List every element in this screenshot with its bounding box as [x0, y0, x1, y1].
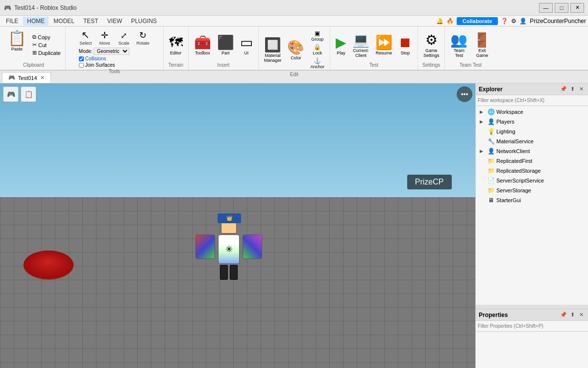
- toolbox-button[interactable]: 🧰 Toolbox: [192, 33, 214, 57]
- properties-expand-button[interactable]: ⬆: [568, 311, 576, 319]
- replicated-storage-label: ReplicatedStorage: [496, 168, 541, 174]
- character-body: ✳: [218, 235, 240, 264]
- tree-item-players[interactable]: ▶ 👤 Players: [476, 117, 588, 127]
- resume-button[interactable]: ⏩ Resume: [373, 33, 395, 57]
- viewport-toolbar: 🎮 📋: [3, 86, 36, 102]
- paste-button[interactable]: Paste: [5, 28, 29, 61]
- fire-icon[interactable]: 🔥: [446, 18, 454, 25]
- toolbox-label: Toolbox: [195, 51, 210, 55]
- vp-game-icon-btn[interactable]: 🎮: [3, 86, 19, 102]
- anchor-icon: ⚓: [314, 57, 321, 64]
- part-button[interactable]: ⬛ Part: [215, 33, 237, 57]
- play-button[interactable]: Play: [333, 33, 349, 57]
- material-manager-button[interactable]: 🔲 MaterialManager: [262, 35, 284, 64]
- team-test-label-section: Team Test: [460, 61, 482, 68]
- menu-home[interactable]: HOME: [23, 17, 49, 26]
- app-icon: 🎮: [4, 4, 11, 11]
- lock-button[interactable]: 🔒 Lock: [309, 43, 326, 56]
- stop-button[interactable]: ⏹ Stop: [396, 33, 415, 57]
- tree-item-server-storage[interactable]: 📁 ServerStorage: [476, 185, 588, 195]
- tree-item-replicated-storage[interactable]: 📁 ReplicatedStorage: [476, 166, 588, 176]
- tree-item-lighting[interactable]: 💡 Lighting: [476, 127, 588, 136]
- menu-view[interactable]: VIEW: [103, 17, 126, 26]
- close-button[interactable]: ✕: [570, 3, 584, 13]
- tree-item-starter-gui[interactable]: 🖥 StarterGui: [476, 195, 588, 205]
- ribbon-terrain: 🗺 Editor Terrain: [164, 26, 189, 70]
- character-legs: [220, 265, 238, 280]
- current-client-button[interactable]: 💻 Current:Client: [350, 30, 372, 59]
- select-button[interactable]: Select: [77, 28, 95, 47]
- duplicate-button[interactable]: ⊞ Duplicate: [31, 49, 62, 56]
- color-label: Color: [291, 55, 301, 60]
- prize-cp-label: PrizeCP: [407, 175, 452, 189]
- join-surfaces-checkbox[interactable]: [79, 63, 84, 68]
- explorer-expand-button[interactable]: ⬆: [568, 85, 576, 93]
- mode-select[interactable]: Geometric: [94, 48, 129, 55]
- material-label: MaterialManager: [264, 53, 282, 63]
- tree-item-workspace[interactable]: ▶ 🌐 Workspace: [476, 107, 588, 117]
- maximize-button[interactable]: □: [555, 3, 568, 13]
- title-bar: 🎮 Test014 - Roblox Studio — □ ✕: [0, 0, 588, 16]
- menu-model[interactable]: MODEL: [49, 17, 78, 26]
- anchor-label: Anchor: [310, 64, 324, 69]
- menu-file[interactable]: FILE: [2, 17, 22, 26]
- starter-gui-label: StarterGui: [496, 197, 521, 203]
- menu-test[interactable]: TEST: [79, 17, 102, 26]
- exit-game-button[interactable]: 🚪 ExitGame: [471, 30, 493, 59]
- properties-title: Properties: [479, 312, 508, 318]
- tree-item-material-service[interactable]: 🔧 MaterialService: [476, 136, 588, 146]
- editor-button[interactable]: 🗺 Editor: [167, 33, 185, 57]
- anchor-button[interactable]: ⚓ Anchor: [309, 57, 326, 70]
- collisions-checkbox[interactable]: [79, 56, 84, 61]
- minimize-button[interactable]: —: [539, 3, 553, 13]
- tree-item-server-script-service[interactable]: 📄 ServerScriptService: [476, 176, 588, 185]
- explorer-pin-button[interactable]: 📌: [560, 85, 567, 93]
- properties-pin-button[interactable]: 📌: [560, 311, 567, 319]
- mode-label: Mode:: [79, 49, 93, 54]
- play-icon: [336, 34, 346, 51]
- menu-plugins[interactable]: PLUGINS: [127, 17, 161, 26]
- toolbox-icon: 🧰: [194, 34, 211, 51]
- explorer-panel: Explorer 📌 ⬆ ✕ ▶ 🌐 Workspace ▶ 👤: [476, 83, 588, 309]
- ribbon-edit: 🔲 MaterialManager 🎨 Color ▣ Group 🔒 Lock…: [259, 26, 330, 70]
- notification-icon[interactable]: 🔔: [436, 18, 443, 25]
- group-button[interactable]: ▣ Group: [309, 29, 326, 42]
- cut-button[interactable]: ✂ Cut: [31, 41, 62, 49]
- share-icon[interactable]: ⚙: [511, 18, 516, 25]
- copy-button[interactable]: ⧉ Copy: [31, 33, 62, 41]
- properties-close-button[interactable]: ✕: [577, 311, 585, 319]
- ui-button[interactable]: ▭ UI: [238, 33, 255, 57]
- explorer-close-button[interactable]: ✕: [577, 85, 585, 93]
- title-bar-left: 🎮 Test014 - Roblox Studio: [4, 4, 76, 11]
- rotate-button[interactable]: Rotate: [134, 28, 152, 47]
- properties-header: Properties 📌 ⬆ ✕: [476, 309, 588, 321]
- replicated-first-icon: 📁: [487, 157, 495, 165]
- sky-background: [0, 83, 475, 197]
- title-bar-controls[interactable]: — □ ✕: [539, 3, 584, 13]
- resume-label: Resume: [376, 51, 392, 55]
- collisions-label: Collisions: [85, 56, 106, 61]
- tree-item-network-client[interactable]: ▶ 👤 NetworkClient: [476, 146, 588, 156]
- collaborate-button[interactable]: Collaborate: [457, 17, 498, 25]
- viewport-menu-button[interactable]: •••: [457, 86, 472, 102]
- properties-filter-input[interactable]: [478, 323, 586, 329]
- editor-icon: 🗺: [169, 34, 183, 51]
- viewport[interactable]: 👑 ✳ PrizeCP 🎮: [0, 83, 475, 368]
- explorer-scrollbar-x[interactable]: [476, 305, 588, 309]
- tab-close-icon[interactable]: ✕: [40, 75, 45, 81]
- character-head: 👑: [221, 220, 237, 234]
- resume-icon: ⏩: [375, 34, 392, 51]
- move-button[interactable]: Move: [96, 28, 114, 47]
- help-icon[interactable]: ❓: [501, 18, 508, 25]
- vp-clipboard-btn[interactable]: 📋: [21, 86, 36, 102]
- replicated-first-label: ReplicatedFirst: [496, 158, 532, 164]
- replicated-storage-icon: 📁: [487, 167, 495, 175]
- tree-item-replicated-first[interactable]: 📁 ReplicatedFirst: [476, 156, 588, 166]
- team-test-button[interactable]: 👥 TeamTest: [448, 30, 470, 59]
- character-wing-right: [243, 235, 262, 259]
- explorer-filter-input[interactable]: [478, 98, 586, 103]
- tab-test014[interactable]: 🎮 Test014 ✕: [2, 72, 51, 83]
- color-button[interactable]: 🎨 Color: [285, 38, 307, 62]
- scale-button[interactable]: Scale: [115, 28, 133, 47]
- game-settings-button[interactable]: ⚙ GameSettings: [421, 30, 442, 59]
